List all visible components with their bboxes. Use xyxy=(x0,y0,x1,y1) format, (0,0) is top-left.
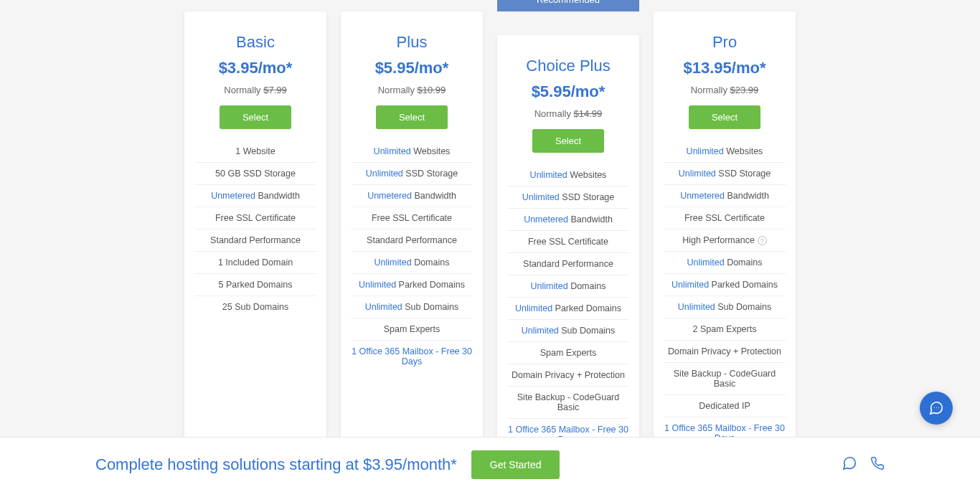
pricing-container: Basic$3.95/mo*Normally $7.99Select1 Webs… xyxy=(0,0,980,459)
select-button[interactable]: Select xyxy=(376,105,448,129)
feature-text: SSD Storage xyxy=(560,192,614,202)
chat-icon[interactable] xyxy=(842,455,857,474)
feature-item: Standard Performance xyxy=(507,253,629,275)
feature-text: Sub Domains xyxy=(715,302,772,312)
feature-item: Unlimited Sub Domains xyxy=(351,296,473,318)
feature-list: 1 Website50 GB SSD StorageUnmetered Band… xyxy=(184,136,326,318)
feature-item: Standard Performance xyxy=(351,230,473,252)
feature-text: Websites xyxy=(411,146,451,156)
get-started-button[interactable]: Get Started xyxy=(471,450,560,479)
feature-item: Unmetered Bandwidth xyxy=(351,185,473,207)
feature-item: Free SSL Certificate xyxy=(194,207,316,230)
feature-keyword: Unlimited xyxy=(365,302,402,312)
feature-item: Site Backup - CodeGuard Basic xyxy=(664,363,786,395)
feature-text: Standard Performance xyxy=(210,235,301,245)
feature-text: Parked Domains xyxy=(552,303,621,313)
feature-text: Bandwidth xyxy=(568,214,613,224)
feature-text: Sub Domains xyxy=(559,326,616,336)
feature-text: 50 GB SSD Storage xyxy=(215,169,296,179)
feature-item: Unmetered Bandwidth xyxy=(194,185,316,207)
svg-point-0 xyxy=(934,407,935,408)
feature-text: Dedicated IP xyxy=(699,401,750,411)
feature-text: 1 Included Domain xyxy=(218,257,293,268)
feature-text: Parked Domains xyxy=(396,280,465,290)
feature-keyword: Unlimited xyxy=(374,146,411,156)
feature-item: Unlimited Sub Domains xyxy=(664,296,786,318)
feature-keyword: Unlimited xyxy=(679,169,716,179)
feature-text: High Performance xyxy=(682,235,755,245)
feature-item: Domain Privacy + Protection xyxy=(507,364,629,387)
feature-text: Spam Experts xyxy=(384,324,440,334)
feature-keyword: Unlimited xyxy=(522,326,559,336)
plan-normal-price: Normally $14.99 xyxy=(507,108,629,119)
feature-text: 1 Website xyxy=(235,146,275,156)
feature-item: Unlimited SSD Storage xyxy=(507,186,629,209)
feature-keyword: Unlimited xyxy=(672,280,709,290)
feature-item: Unlimited Sub Domains xyxy=(507,320,629,342)
feature-keyword: Unmetered xyxy=(367,191,412,201)
feature-item: Free SSL Certificate xyxy=(507,231,629,253)
feature-text: 25 Sub Domains xyxy=(222,302,288,312)
feature-item: Domain Privacy + Protection xyxy=(664,341,786,363)
feature-keyword: Unlimited xyxy=(531,281,568,291)
feature-item: Site Backup - CodeGuard Basic xyxy=(507,387,629,419)
feature-text: Bandwidth xyxy=(255,191,300,201)
feature-item: Free SSL Certificate xyxy=(351,207,473,230)
info-icon[interactable]: ? xyxy=(758,236,767,245)
feature-text: Free SSL Certificate xyxy=(528,237,608,247)
footer-bar: Complete hosting solutions starting at $… xyxy=(0,437,980,492)
feature-item: Unlimited SSD Storage xyxy=(351,163,473,185)
svg-point-1 xyxy=(936,407,937,408)
select-button[interactable]: Select xyxy=(532,129,604,153)
feature-text: 5 Parked Domains xyxy=(219,280,293,290)
feature-text: SSD Storage xyxy=(716,169,771,179)
footer-headline: Complete hosting solutions starting at $… xyxy=(95,455,457,474)
feature-keyword: Unmetered xyxy=(211,191,255,201)
plan-normal-price: Normally $23.99 xyxy=(664,85,786,95)
feature-list: Unlimited WebsitesUnlimited SSD StorageU… xyxy=(654,136,796,449)
feature-item: 25 Sub Domains xyxy=(194,296,316,318)
feature-item: 1 Website xyxy=(194,141,316,163)
feature-item: Dedicated IP xyxy=(664,395,786,417)
phone-icon[interactable] xyxy=(870,456,885,473)
feature-item: 5 Parked Domains xyxy=(194,274,316,296)
feature-keyword: Unlimited xyxy=(687,146,724,156)
feature-keyword: Unlimited xyxy=(522,192,560,202)
plan-title: Plus xyxy=(351,33,473,52)
feature-text: Site Backup - CodeGuard Basic xyxy=(517,392,619,412)
feature-item: Unlimited Websites xyxy=(507,164,629,186)
feature-item: Unlimited Parked Domains xyxy=(507,298,629,320)
feature-item: Spam Experts xyxy=(351,318,473,341)
pricing-plan-pro: Pro$13.95/mo*Normally $23.99SelectUnlimi… xyxy=(654,11,796,459)
footer-contact-icons xyxy=(842,455,885,474)
feature-item: Unmetered Bandwidth xyxy=(664,185,786,207)
feature-item: Standard Performance xyxy=(194,230,316,252)
feature-text: SSD Storage xyxy=(403,169,458,179)
feature-text: Bandwidth xyxy=(412,191,456,201)
feature-item: Spam Experts xyxy=(507,342,629,364)
feature-keyword: Unlimited xyxy=(530,170,567,180)
feature-item: Unlimited Parked Domains xyxy=(664,274,786,296)
feature-keyword: Unmetered xyxy=(524,214,568,224)
support-chat-button[interactable] xyxy=(920,392,953,425)
plan-title: Pro xyxy=(664,33,786,52)
feature-text: Free SSL Certificate xyxy=(684,213,765,223)
plan-price: $5.95/mo* xyxy=(351,59,473,77)
pricing-plan-choice-plus: RecommendedChoice Plus$5.95/mo*Normally … xyxy=(497,35,639,459)
feature-item: 1 Included Domain xyxy=(194,252,316,274)
feature-keyword: Unlimited xyxy=(374,257,412,268)
feature-keyword: Unlimited xyxy=(687,257,725,268)
feature-keyword: Unmetered xyxy=(680,191,725,201)
feature-text: Site Backup - CodeGuard Basic xyxy=(674,369,776,389)
select-button[interactable]: Select xyxy=(220,105,291,129)
feature-item: Unmetered Bandwidth xyxy=(507,209,629,231)
plan-title: Choice Plus xyxy=(507,57,629,75)
feature-link[interactable]: 1 Office 365 Mailbox - Free 30 Days xyxy=(352,346,472,366)
feature-item: Unlimited Websites xyxy=(351,141,473,163)
feature-text: Spam Experts xyxy=(540,348,597,358)
feature-text: Free SSL Certificate xyxy=(215,213,296,223)
select-button[interactable]: Select xyxy=(689,105,760,129)
feature-keyword: Unlimited xyxy=(515,303,552,313)
feature-item: Unlimited Domains xyxy=(351,252,473,274)
plan-normal-price: Normally $7.99 xyxy=(194,85,316,95)
